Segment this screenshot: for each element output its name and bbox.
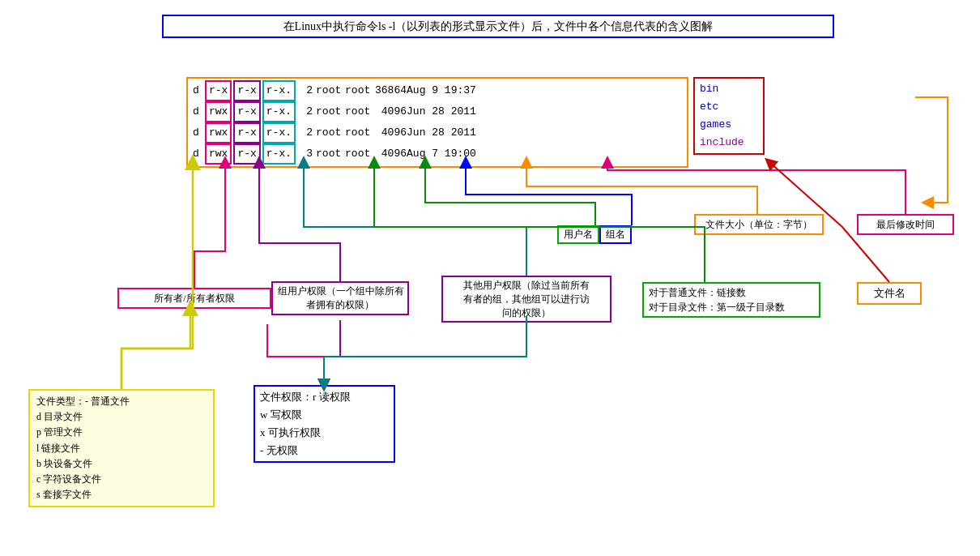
user-4: root	[316, 145, 345, 163]
other-perms-desc-box: 其他用户权限（除过当前所有 有者的组，其他组可以进行访 问的权限）	[441, 276, 611, 323]
date-2: Jun 28 2011	[407, 103, 479, 121]
file-row-1: d r-x r-x r-x. 2 root root 36864 Aug 9 1…	[193, 80, 682, 101]
group-perms-4: r-x	[233, 143, 260, 165]
other-perms-2: r-x.	[262, 101, 296, 122]
user-3: root	[316, 124, 345, 142]
grp-4: root	[345, 145, 374, 163]
group-perms-desc-box: 组用户权限（一个组中除所有 者拥有的权限）	[271, 281, 409, 315]
lastmod-box: 最后修改时间	[857, 214, 954, 235]
diagram-container: 在Linux中执行命令ls -l（以列表的形式显示文件）后，文件中各个信息代表的…	[0, 0, 980, 556]
file-type-2: d	[193, 103, 204, 121]
size-3: 4096	[374, 124, 407, 142]
groupname-label: 组名	[599, 225, 632, 244]
group-perms-3: r-x	[233, 122, 260, 143]
username-label: 用户名	[557, 225, 599, 244]
title-box: 在Linux中执行命令ls -l（以列表的形式显示文件）后，文件中各个信息代表的…	[162, 15, 834, 38]
owner-perms-4: rwx	[205, 143, 232, 165]
group-perms-1: r-x	[233, 80, 260, 101]
grp-1: root	[345, 82, 374, 100]
links-2: 2	[300, 103, 313, 121]
perms-legend-box: 文件权限：r 读权限 w 写权限 x 可执行权限 - 无权限	[254, 385, 395, 463]
user-1: root	[316, 82, 345, 100]
file-type-3: d	[193, 124, 204, 142]
other-perms-3: r-x.	[262, 122, 296, 143]
links-4: 3	[300, 145, 313, 163]
filename-games: games	[700, 116, 758, 134]
title-text: 在Linux中执行命令ls -l（以列表的形式显示文件）后，文件中各个信息代表的…	[283, 20, 714, 32]
file-type-4: d	[193, 145, 204, 163]
filename-include: include	[700, 134, 758, 152]
file-row-4: d rwx r-x r-x. 3 root root 4096 Aug 7 19…	[193, 143, 682, 165]
group-perms-2: r-x	[233, 101, 260, 122]
grp-2: root	[345, 103, 374, 121]
filetype-box: 文件类型：- 普通文件 d 目录文件 p 管理文件 l 链接文件 b 块设备文件…	[28, 389, 215, 507]
date-4: Aug 7 19:00	[407, 145, 479, 163]
date-1: Aug 9 19:37	[407, 82, 479, 100]
date-3: Jun 28 2011	[407, 124, 479, 142]
size-2: 4096	[374, 103, 407, 121]
file-row-3: d rwx r-x r-x. 2 root root 4096 Jun 28 2…	[193, 122, 682, 143]
owner-perms-2: rwx	[205, 101, 232, 122]
size-4: 4096	[374, 145, 407, 163]
grp-3: root	[345, 124, 374, 142]
user-2: root	[316, 103, 345, 121]
filename-label-box: 文件名	[857, 282, 922, 305]
file-row-2: d rwx r-x r-x. 2 root root 4096 Jun 28 2…	[193, 101, 682, 122]
owner-perms-3: rwx	[205, 122, 232, 143]
filesize-box: 文件大小（单位：字节）	[694, 214, 824, 235]
links-3: 2	[300, 124, 313, 142]
size-1: 36864	[374, 82, 407, 100]
filenames-box: bin etc games include	[693, 77, 765, 155]
file-listing-box: d r-x r-x r-x. 2 root root 36864 Aug 9 1…	[186, 77, 688, 168]
owner-perms-1: r-x	[205, 80, 232, 101]
filename-bin: bin	[700, 80, 758, 98]
links-desc-box: 对于普通文件：链接数 对于目录文件：第一级子目录数	[642, 282, 820, 318]
owner-perms-desc-box: 所有者/所有者权限	[117, 288, 271, 309]
other-perms-1: r-x.	[262, 80, 296, 101]
filename-etc: etc	[700, 98, 758, 116]
links-1: 2	[300, 82, 313, 100]
user-group-labels: 用户名 组名	[557, 225, 632, 244]
other-perms-4: r-x.	[262, 143, 296, 165]
file-type-1: d	[193, 82, 204, 100]
